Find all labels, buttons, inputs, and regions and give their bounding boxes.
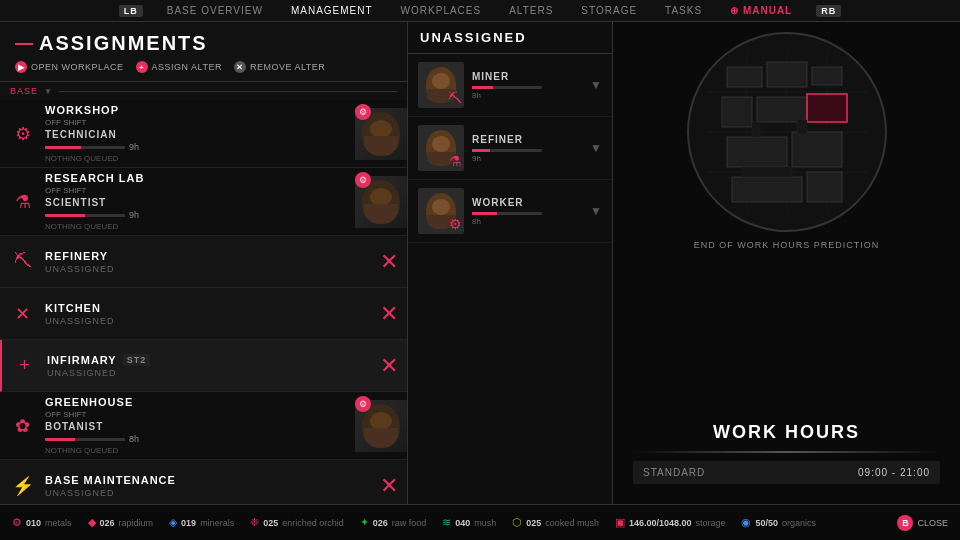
close-b-icon: B: [897, 515, 913, 531]
work-hours-section: WORK HOURS STANDARD 09:00 - 21:00: [623, 412, 950, 494]
greenhouse-info: GREENHOUSE OFF SHIFT BOTANIST 8h NOTHING…: [45, 392, 355, 459]
workplace-base-maintenance[interactable]: ⚡ BASE MAINTENANCE UNASSIGNED ✕: [0, 460, 407, 504]
alter-refiner[interactable]: ⚗ REFINER 9h ▼: [408, 117, 612, 180]
miner-portrait: ⛏: [418, 62, 464, 108]
right-panel: END OF WORK HOURS PREDICTION WORK HOURS …: [613, 22, 960, 504]
svg-rect-16: [807, 172, 842, 202]
nav-management[interactable]: MANAGEMENT: [287, 5, 377, 16]
svg-rect-18: [797, 120, 807, 134]
refiner-icon: ⚗: [449, 153, 462, 169]
workplace-research-lab[interactable]: ⚗ RESEARCH LAB OFF SHIFT SCIENTIST 9h NO…: [0, 168, 407, 236]
refiner-arrow-icon: ▼: [590, 141, 602, 155]
svg-rect-15: [732, 177, 802, 202]
section-base: BASE ▼: [0, 82, 407, 100]
unassigned-panel: UNASSIGNED ⛏ MINER 8h ▼ ⚗: [408, 22, 613, 504]
unassigned-header: UNASSIGNED: [408, 22, 612, 54]
resource-mush: ≋ 040 mush: [442, 516, 496, 529]
svg-rect-11: [757, 97, 807, 122]
nav-storage[interactable]: STORAGE: [577, 5, 641, 16]
work-hours-divider: [633, 451, 940, 453]
infirmary-remove-btn[interactable]: ✕: [371, 348, 407, 384]
raw-food-icon: ✦: [360, 516, 369, 529]
svg-rect-7: [727, 67, 762, 87]
refiner-info: REFINER 9h: [472, 134, 582, 163]
worker-icon: ⚙: [449, 216, 462, 232]
open-workplace-btn[interactable]: ▶ OPEN WORKPLACE: [15, 61, 124, 73]
lb-button[interactable]: LB: [119, 5, 143, 17]
workplace-infirmary[interactable]: + INFIRMARY ST2 UNASSIGNED ✕: [0, 340, 407, 392]
cooked-icon: ⬡: [512, 516, 522, 529]
remove-alter-icon: ✕: [234, 61, 246, 73]
alter-miner[interactable]: ⛏ MINER 8h ▼: [408, 54, 612, 117]
workplace-kitchen[interactable]: ✕ KITCHEN UNASSIGNED ✕: [0, 288, 407, 340]
minimap: [687, 32, 887, 232]
research-lab-info: RESEARCH LAB OFF SHIFT SCIENTIST 9h NOTH…: [45, 168, 355, 235]
workshop-info: WORKSHOP OFF SHIFT TECHNICIAN 9h NOTHING…: [45, 100, 355, 167]
action-buttons: ▶ OPEN WORKPLACE + ASSIGN ALTER ✕ REMOVE…: [15, 61, 392, 73]
nav-manual[interactable]: ⊕ MANUAL: [726, 5, 796, 16]
bottom-bar: ⚙ 010 metals ◆ 026 rapidium ◈ 019 minera…: [0, 504, 960, 540]
nav-base-overview[interactable]: BASE OVERVIEW: [163, 5, 267, 16]
base-maintenance-icon: ⚡: [0, 475, 45, 497]
worker-portrait: ⚙: [418, 188, 464, 234]
minerals-icon: ◈: [169, 516, 177, 529]
workshop-icon: ⚙: [0, 123, 45, 145]
rapidium-icon: ◆: [88, 516, 96, 529]
research-lab-icon: ⚗: [0, 191, 45, 213]
worker-hours-bar: [472, 212, 542, 215]
metals-icon: ⚙: [12, 516, 22, 529]
svg-rect-17: [752, 122, 760, 137]
workplace-greenhouse[interactable]: ✿ GREENHOUSE OFF SHIFT BOTANIST 8h NOTHI…: [0, 392, 407, 460]
prediction-label: END OF WORK HOURS PREDICTION: [694, 240, 880, 250]
resource-enriched: ❈ 025 enriched orchid: [250, 516, 344, 529]
kitchen-icon: ✕: [0, 303, 45, 325]
workshop-hours-bar: [45, 146, 125, 149]
enriched-icon: ❈: [250, 516, 259, 529]
resource-minerals: ◈ 019 minerals: [169, 516, 234, 529]
resource-storage: ▣ 146.00/1048.00 storage: [615, 516, 726, 529]
kitchen-remove-btn[interactable]: ✕: [371, 296, 407, 332]
resource-organics: ◉ 50/50 organics: [741, 516, 816, 529]
refinery-icon: ⛏: [0, 251, 45, 272]
svg-rect-9: [812, 67, 842, 85]
svg-rect-14: [792, 132, 842, 167]
minimap-inner: [707, 52, 867, 212]
kitchen-info: KITCHEN UNASSIGNED: [45, 298, 371, 330]
refinery-remove-btn[interactable]: ✕: [371, 244, 407, 280]
assignments-title: ASSIGNMENTS: [15, 32, 392, 55]
assign-alter-btn[interactable]: + ASSIGN ALTER: [136, 61, 222, 73]
alter-worker[interactable]: ⚙ WORKER 8h ▼: [408, 180, 612, 243]
work-hours-title: WORK HOURS: [633, 422, 940, 443]
storage-icon: ▣: [615, 516, 625, 529]
greenhouse-hours-bar: [45, 438, 125, 441]
research-hours-bar: [45, 214, 125, 217]
organics-icon: ◉: [741, 516, 751, 529]
nav-tasks[interactable]: TASKS: [661, 5, 706, 16]
top-navigation: LB BASE OVERVIEW MANAGEMENT WORKPLACES A…: [0, 0, 960, 22]
resource-metals: ⚙ 010 metals: [12, 516, 72, 529]
svg-rect-12: [807, 94, 847, 122]
base-maintenance-remove-btn[interactable]: ✕: [371, 468, 407, 504]
mush-icon: ≋: [442, 516, 451, 529]
resource-raw-food: ✦ 026 raw food: [360, 516, 427, 529]
miner-icon: ⛏: [448, 90, 462, 106]
greenhouse-icon: ✿: [0, 415, 45, 437]
nav-alters[interactable]: ALTERS: [505, 5, 557, 16]
greenhouse-settings-btn[interactable]: ⚙: [355, 396, 371, 412]
close-button[interactable]: B CLOSE: [897, 515, 948, 531]
rb-button[interactable]: RB: [816, 5, 841, 17]
remove-alter-btn[interactable]: ✕ REMOVE ALTER: [234, 61, 325, 73]
workplace-workshop[interactable]: ⚙ WORKSHOP OFF SHIFT TECHNICIAN 9h NOTHI…: [0, 100, 407, 168]
nav-workplaces[interactable]: WORKPLACES: [397, 5, 486, 16]
resource-cooked: ⬡ 025 cooked mush: [512, 516, 599, 529]
workplace-refinery[interactable]: ⛏ REFINERY UNASSIGNED ✕: [0, 236, 407, 288]
assign-alter-icon: +: [136, 61, 148, 73]
svg-rect-13: [727, 137, 787, 167]
hours-schedule: STANDARD 09:00 - 21:00: [633, 461, 940, 484]
miner-hours-bar: [472, 86, 542, 89]
miner-info: MINER 8h: [472, 71, 582, 100]
research-settings-btn[interactable]: ⚙: [355, 172, 371, 188]
base-maintenance-info: BASE MAINTENANCE UNASSIGNED: [45, 470, 371, 502]
workshop-settings-btn[interactable]: ⚙: [355, 104, 371, 120]
main-area: ASSIGNMENTS ▶ OPEN WORKPLACE + ASSIGN AL…: [0, 22, 960, 504]
